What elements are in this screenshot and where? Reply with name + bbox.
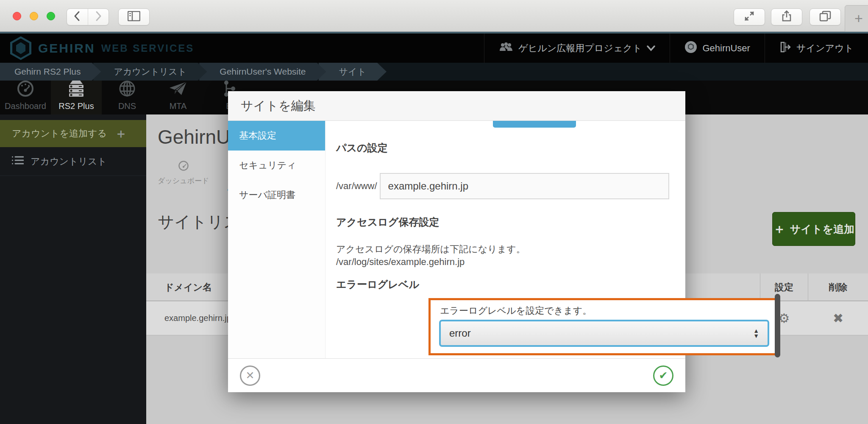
modal-tab-basic[interactable]: 基本設定 xyxy=(228,121,325,151)
project-selector[interactable]: ゲヒルン広報用プロジェクト xyxy=(484,33,670,63)
tab-dashboard[interactable]: ダッシュボード xyxy=(158,160,209,191)
add-account-label: アカウントを追加する xyxy=(12,127,107,140)
tab-overview-button[interactable] xyxy=(810,8,841,25)
error-log-help: エラーログレベルを設定できます。 xyxy=(440,304,592,317)
logo-subtext: WEB SERVICES xyxy=(101,42,195,54)
nav-label: MTA xyxy=(170,101,187,111)
sidebar-icon xyxy=(128,11,140,23)
col-settings: 設定 xyxy=(760,273,808,301)
sidebar: アカウントを追加する ＋ アカウントリスト xyxy=(0,114,146,424)
window-zoom-button[interactable] xyxy=(47,12,55,20)
forward-button[interactable] xyxy=(88,9,109,25)
signout-label: サインアウト xyxy=(796,42,854,55)
user-name: GehirnUser xyxy=(702,43,750,54)
nav-label: RS2 Plus xyxy=(58,101,94,111)
confirm-button[interactable]: ✔ xyxy=(653,365,673,386)
plus-icon: ＋ xyxy=(114,125,127,142)
add-account-button[interactable]: アカウントを追加する ＋ xyxy=(0,120,146,147)
error-log-heading: エラーログレベル xyxy=(336,278,419,291)
nav-dashboard[interactable]: Dashboard xyxy=(0,81,51,114)
error-log-level-select[interactable]: error ▲ ▼ xyxy=(439,320,769,347)
breadcrumb-item-website[interactable]: GehirnUser's Website xyxy=(199,63,326,81)
nav-rs2plus[interactable]: RS2 Plus xyxy=(51,81,102,114)
share-icon xyxy=(782,10,792,24)
signout-icon xyxy=(779,41,791,56)
window-close-button[interactable] xyxy=(13,12,21,20)
gehirn-logo[interactable]: GEHIRN WEB SERVICES xyxy=(10,36,194,60)
path-row: /var/www/ xyxy=(336,173,675,199)
cancel-button[interactable]: ✕ xyxy=(240,365,260,386)
nav-mta[interactable]: MTA xyxy=(153,81,203,114)
sidebar-toggle-button[interactable] xyxy=(118,8,150,25)
window-minimize-button[interactable] xyxy=(30,12,38,20)
globe-icon xyxy=(118,80,136,99)
paper-plane-icon xyxy=(169,81,187,99)
selected-value: error xyxy=(449,327,471,339)
forward-icon xyxy=(94,11,103,23)
modal-scrollbar[interactable] xyxy=(775,294,780,357)
account-list-label: アカウントリスト xyxy=(31,155,107,168)
document-root-input[interactable] xyxy=(380,173,669,199)
access-log-description: アクセスログの保存場所は下記になります。 xyxy=(336,243,526,256)
breadcrumb: Gehirn RS2 Plus アカウントリスト GehirnUser's We… xyxy=(0,63,868,81)
breadcrumb-item-site[interactable]: サイト xyxy=(319,63,387,81)
app-header: GEHIRN WEB SERVICES ゲヒルン広報用プロジェクト xyxy=(0,32,868,63)
edit-site-modal: サイトを編集 基本設定 セキュリティ サーバ証明書 パスの設定 /var/www… xyxy=(228,91,685,392)
gauge-icon xyxy=(178,160,189,173)
project-name: ゲヒルン広報用プロジェクト xyxy=(518,42,642,55)
fullscreen-button[interactable] xyxy=(734,8,765,25)
add-site-label: サイトを追加 xyxy=(790,222,854,236)
chevron-down-icon xyxy=(647,43,655,54)
history-nav-group xyxy=(67,8,109,25)
modal-tab-certificate[interactable]: サーバ証明書 xyxy=(228,180,325,210)
server-stack-icon xyxy=(67,80,86,99)
modal-tab-security[interactable]: セキュリティ xyxy=(228,151,325,180)
user-menu[interactable]: GehirnUser xyxy=(670,33,764,63)
modal-body: パスの設定 /var/www/ アクセスログ保存設定 アクセスログの保存場所は下… xyxy=(326,121,685,358)
breadcrumb-item-rs2plus[interactable]: Gehirn RS2 Plus xyxy=(0,63,101,81)
highlight-box: エラーログレベルを設定できます。 error ▲ ▼ xyxy=(428,298,780,355)
path-section-heading: パスの設定 xyxy=(336,141,388,155)
path-prefix-label: /var/www/ xyxy=(336,181,377,192)
app-root: + GEHIRN WEB SERVICES ゲヒルン広報用プロジェクト xyxy=(0,0,868,424)
user-avatar-icon xyxy=(684,41,697,56)
close-icon: ✕ xyxy=(246,369,255,382)
add-site-button[interactable]: ＋ サイトを追加 xyxy=(772,212,855,246)
modal-tab-list: 基本設定 セキュリティ サーバ証明書 xyxy=(228,121,326,358)
tabs-icon xyxy=(819,11,831,23)
breadcrumb-item-accountlist[interactable]: アカウントリスト xyxy=(93,63,207,81)
access-log-heading: アクセスログ保存設定 xyxy=(336,215,439,229)
nav-label: DNS xyxy=(118,101,136,111)
modal-title: サイトを編集 xyxy=(228,91,685,121)
signout-button[interactable]: サインアウト xyxy=(765,33,868,63)
modal-footer: ✕ ✔ xyxy=(228,358,685,392)
plus-icon: ＋ xyxy=(773,220,786,238)
back-button[interactable] xyxy=(67,9,88,25)
access-log-path: /var/log/sites/example.gehirn.jp xyxy=(336,257,465,268)
select-stepper-icon: ▲ ▼ xyxy=(753,328,759,338)
share-button[interactable] xyxy=(771,8,802,25)
header-right: ゲヒルン広報用プロジェクト GehirnUser サインアウト xyxy=(484,33,868,63)
logo-text: GEHIRN xyxy=(38,41,95,56)
plus-icon: + xyxy=(854,10,863,27)
check-icon: ✔ xyxy=(659,369,668,382)
delete-x-icon[interactable]: ✖ xyxy=(808,311,868,326)
nav-dns[interactable]: DNS xyxy=(102,81,153,114)
list-icon xyxy=(12,156,24,167)
fullscreen-icon xyxy=(744,11,755,23)
back-icon xyxy=(73,11,81,23)
people-icon xyxy=(499,42,513,55)
sidebar-item-account-list[interactable]: アカウントリスト xyxy=(0,147,146,176)
browser-toolbar: + xyxy=(0,0,868,32)
scrolled-blue-button[interactable] xyxy=(493,121,576,128)
col-delete: 削除 xyxy=(808,281,868,294)
new-tab-button[interactable]: + xyxy=(845,5,868,32)
hexagon-logo-icon xyxy=(10,36,31,60)
nav-label: Dashboard xyxy=(5,101,46,111)
gauge-icon xyxy=(17,80,34,99)
